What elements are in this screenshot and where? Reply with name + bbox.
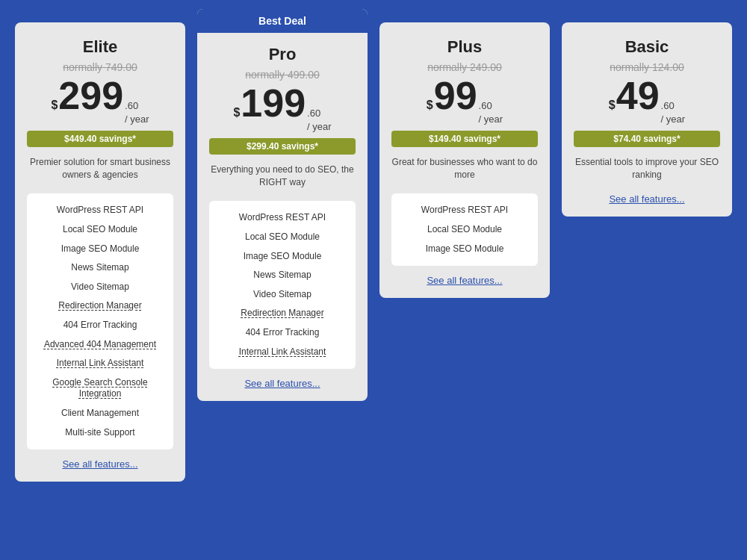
feature-item-elite-0: WordPress REST API [36, 201, 164, 220]
price-dollar-pro: $ [233, 107, 240, 119]
features-list-plus: WordPress REST APILocal SEO ModuleImage … [391, 193, 538, 266]
feature-item-elite-1: Local SEO Module [36, 220, 164, 240]
price-cents-plus: .60 [479, 99, 492, 113]
price-main-plus: 99 [434, 76, 477, 115]
features-list-elite: WordPress REST APILocal SEO ModuleImage … [27, 193, 173, 449]
feature-item-pro-0: WordPress REST API [218, 208, 347, 228]
feature-item-elite-4: Video Sitemap [36, 278, 164, 297]
price-cents-pro: .60 [307, 107, 320, 120]
plan-description-pro: Everything you need to do SEO, the RIGHT… [209, 164, 356, 190]
price-row-elite: $ 299 .60 / year [27, 76, 173, 126]
original-price-plus: normally 249.00 [391, 61, 538, 73]
price-dollar-plus: $ [427, 99, 433, 111]
price-cents-period-pro: .60 / year [307, 107, 332, 134]
plan-card-elite: Elitenormally 749.00 $ 299 .60 / year $4… [15, 22, 185, 482]
plan-name-elite: Elite [27, 37, 173, 57]
original-price-pro: normally 499.00 [209, 69, 356, 81]
see-all-features-plus[interactable]: See all features... [391, 275, 538, 286]
pricing-grid: Elitenormally 749.00 $ 299 .60 / year $4… [15, 7, 732, 482]
feature-item-pro-1: Local SEO Module [218, 228, 347, 247]
price-period-plus: / year [479, 113, 503, 126]
price-period-pro: / year [307, 120, 332, 134]
plan-card-plus: Plusnormally 249.00 $ 99 .60 / year $149… [379, 22, 550, 298]
feature-item-elite-7: Advanced 404 Management [36, 335, 164, 355]
feature-item-elite-3: News Sitemap [36, 258, 164, 278]
price-row-pro: $ 199 .60 / year [209, 84, 356, 134]
plan-description-plus: Great for businesses who want to do more [391, 156, 538, 183]
feature-item-elite-6: 404 Error Tracking [36, 316, 164, 335]
plan-name-pro: Pro [209, 45, 356, 64]
original-price-elite: normally 749.00 [27, 61, 173, 73]
feature-item-pro-5: Redirection Manager [218, 304, 347, 323]
see-all-features-basic[interactable]: See all features... [574, 193, 720, 205]
plan-name-plus: Plus [391, 37, 538, 57]
feature-item-elite-8: Internal Link Assistant [36, 354, 164, 373]
feature-item-plus-0: WordPress REST API [400, 201, 529, 220]
price-main-pro: 199 [241, 84, 306, 122]
see-all-features-elite[interactable]: See all features... [27, 458, 173, 470]
price-cents-period-elite: .60 / year [125, 99, 149, 126]
price-row-plus: $ 99 .60 / year [391, 76, 538, 126]
feature-item-plus-1: Local SEO Module [400, 220, 529, 240]
feature-item-pro-4: Video Sitemap [218, 285, 347, 305]
price-main-basic: 49 [616, 76, 660, 115]
plan-description-basic: Essential tools to improve your SEO rank… [574, 156, 720, 183]
price-cents-basic: .60 [661, 99, 675, 113]
price-period-elite: / year [125, 113, 149, 126]
best-deal-badge: Best Deal [197, 9, 368, 33]
feature-item-plus-2: Image SEO Module [400, 240, 529, 259]
feature-item-elite-9: Google Search Console Integration [36, 373, 164, 404]
plan-description-elite: Premier solution for smart business owne… [27, 156, 173, 183]
price-cents-period-basic: .60 / year [661, 99, 686, 126]
feature-item-elite-10: Client Management [36, 404, 164, 423]
price-row-basic: $ 49 .60 / year [574, 76, 720, 126]
price-cents-elite: .60 [125, 99, 138, 113]
savings-badge-elite: $449.40 savings* [27, 131, 173, 147]
feature-item-pro-2: Image SEO Module [218, 247, 347, 267]
price-dollar-elite: $ [51, 99, 58, 111]
price-cents-period-plus: .60 / year [479, 99, 503, 126]
feature-item-elite-11: Multi-site Support [36, 423, 164, 443]
plan-card-pro: Best DealPronormally 499.00 $ 199 .60 / … [197, 9, 368, 401]
feature-item-elite-5: Redirection Manager [36, 296, 164, 316]
savings-badge-plus: $149.40 savings* [391, 131, 538, 147]
original-price-basic: normally 124.00 [574, 61, 720, 73]
plan-name-basic: Basic [574, 37, 720, 57]
feature-item-pro-3: News Sitemap [218, 266, 347, 285]
price-dollar-basic: $ [609, 99, 616, 111]
feature-item-pro-6: 404 Error Tracking [218, 323, 347, 343]
savings-badge-pro: $299.40 savings* [209, 138, 356, 155]
see-all-features-pro[interactable]: See all features... [209, 378, 356, 389]
price-period-basic: / year [661, 113, 686, 126]
feature-item-pro-7: Internal Link Assistant [218, 343, 347, 362]
features-list-pro: WordPress REST APILocal SEO ModuleImage … [209, 201, 356, 369]
plan-card-basic: Basicnormally 124.00 $ 49 .60 / year $74… [562, 22, 732, 217]
savings-badge-basic: $74.40 savings* [574, 131, 720, 147]
feature-item-elite-2: Image SEO Module [36, 240, 164, 259]
price-main-elite: 299 [58, 76, 123, 115]
